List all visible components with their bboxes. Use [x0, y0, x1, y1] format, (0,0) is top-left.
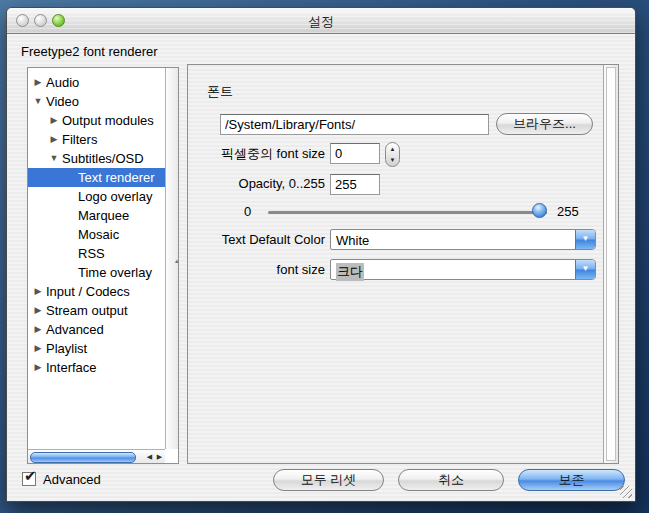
- reset-all-button[interactable]: 모두 리셋: [273, 469, 384, 491]
- tree-item[interactable]: ▶Input / Codecs: [28, 282, 165, 301]
- disclosure-triangle-icon[interactable]: ▶: [32, 320, 44, 339]
- tree-rows: ▶Audio▼Video▶Output modules▶Filters▼Subt…: [28, 68, 165, 449]
- tree-item-label: Audio: [44, 73, 79, 92]
- tree-item[interactable]: Time overlay: [28, 263, 165, 282]
- combo-value: White: [336, 233, 369, 248]
- advanced-checkbox-label: Advanced: [43, 472, 101, 487]
- scrollbar-thumb[interactable]: [30, 452, 136, 463]
- slider-max-label: 255: [557, 204, 579, 219]
- combo-value: 크다: [336, 263, 364, 281]
- font-size-combo[interactable]: 크다: [330, 259, 596, 280]
- save-button[interactable]: 보존: [518, 469, 625, 491]
- tree-item-label: RSS: [76, 244, 105, 263]
- tree-item[interactable]: ▼Subtitles/OSD: [28, 149, 165, 168]
- tree-item[interactable]: Marquee: [28, 206, 165, 225]
- text-default-color-combo[interactable]: White: [330, 229, 596, 250]
- tree-item[interactable]: Logo overlay: [28, 187, 165, 206]
- tree-item-label: Filters: [60, 130, 97, 149]
- check-icon: ✔: [24, 467, 37, 485]
- cancel-button[interactable]: 취소: [398, 469, 504, 491]
- scrollbar-track[interactable]: [606, 67, 616, 461]
- tree-item[interactable]: RSS: [28, 244, 165, 263]
- chevron-down-icon[interactable]: [575, 260, 595, 279]
- disclosure-triangle-icon[interactable]: ▼: [48, 149, 60, 168]
- tree-item[interactable]: ▼Video: [28, 92, 165, 111]
- text-default-color-label: Text Default Color: [190, 232, 325, 247]
- tree-item[interactable]: ▶Audio: [28, 73, 165, 92]
- tree-item-label: Video: [44, 92, 79, 111]
- scroll-right-arrow-icon[interactable]: ▶: [155, 451, 164, 462]
- font-path-input[interactable]: [220, 114, 489, 135]
- advanced-checkbox[interactable]: ✔: [22, 472, 36, 486]
- font-section-label: 폰트: [207, 83, 233, 101]
- pixel-font-size-input[interactable]: [330, 143, 380, 164]
- tree-item-label: Playlist: [44, 339, 87, 358]
- disclosure-triangle-icon[interactable]: ▶: [32, 301, 44, 320]
- settings-panel: 폰트 브라우즈... 픽셀중의 font size ▲ ▼ Opacity, 0…: [187, 64, 619, 464]
- pixel-font-size-label: 픽셀중의 font size: [190, 145, 325, 163]
- tree-item-label: Logo overlay: [76, 187, 152, 206]
- tree-item[interactable]: ▶Interface: [28, 358, 165, 377]
- tree-item-label: Output modules: [60, 111, 154, 130]
- tree-item[interactable]: ▶Advanced: [28, 320, 165, 339]
- tree-item-label: Stream output: [44, 301, 128, 320]
- opacity-label: Opacity, 0..255: [190, 176, 325, 191]
- tree-horizontal-scrollbar[interactable]: ◀ ▶: [28, 449, 165, 463]
- tree-item-label: Text renderer: [76, 168, 155, 187]
- tree-item-label: Marquee: [76, 206, 129, 225]
- tree-item-label: Subtitles/OSD: [60, 149, 144, 168]
- panel-vertical-scrollbar[interactable]: [603, 65, 618, 463]
- opacity-slider-thumb[interactable]: [532, 203, 547, 218]
- slider-min-label: 0: [244, 204, 251, 219]
- tree-item-label: Advanced: [44, 320, 104, 339]
- browse-button[interactable]: 브라우즈...: [496, 113, 593, 135]
- scroll-left-arrow-icon[interactable]: ◀: [145, 451, 154, 462]
- chevron-down-icon[interactable]: [575, 230, 595, 249]
- tree-item[interactable]: ▶Stream output: [28, 301, 165, 320]
- disclosure-triangle-icon[interactable]: ▶: [32, 73, 44, 92]
- settings-window: 설정 Freetype2 font renderer ▶Audio▼Video▶…: [6, 7, 636, 502]
- tree-item[interactable]: Mosaic: [28, 225, 165, 244]
- tree-item[interactable]: ▶Filters: [28, 130, 165, 149]
- tree-item[interactable]: Text renderer: [28, 168, 165, 187]
- disclosure-triangle-icon[interactable]: ▶: [32, 282, 44, 301]
- resize-grip[interactable]: [620, 486, 632, 498]
- category-tree: ▶Audio▼Video▶Output modules▶Filters▼Subt…: [27, 67, 179, 464]
- stepper-down-icon[interactable]: ▼: [386, 157, 399, 163]
- font-size-label: font size: [190, 262, 325, 277]
- disclosure-triangle-icon[interactable]: ▶: [32, 339, 44, 358]
- page-title: Freetype2 font renderer: [21, 44, 158, 59]
- tree-item[interactable]: ▶Playlist: [28, 339, 165, 358]
- disclosure-triangle-icon[interactable]: ▶: [48, 130, 60, 149]
- tree-item-label: Mosaic: [76, 225, 119, 244]
- tree-item-label: Input / Codecs: [44, 282, 130, 301]
- title-bar[interactable]: 설정: [7, 8, 635, 34]
- disclosure-triangle-icon[interactable]: ▶: [48, 111, 60, 130]
- disclosure-triangle-icon[interactable]: ▼: [32, 92, 44, 111]
- opacity-slider-track[interactable]: [268, 211, 547, 214]
- tree-item-label: Interface: [44, 358, 97, 377]
- tree-item[interactable]: ▶Output modules: [28, 111, 165, 130]
- tree-item-label: Time overlay: [76, 263, 152, 282]
- stepper-control[interactable]: ▲ ▼: [385, 142, 400, 167]
- window-title: 설정: [7, 13, 635, 31]
- stepper-up-icon[interactable]: ▲: [386, 146, 399, 152]
- splitter-handle: ▴: [175, 257, 179, 265]
- disclosure-triangle-icon[interactable]: ▶: [32, 358, 44, 377]
- opacity-input[interactable]: [330, 174, 380, 195]
